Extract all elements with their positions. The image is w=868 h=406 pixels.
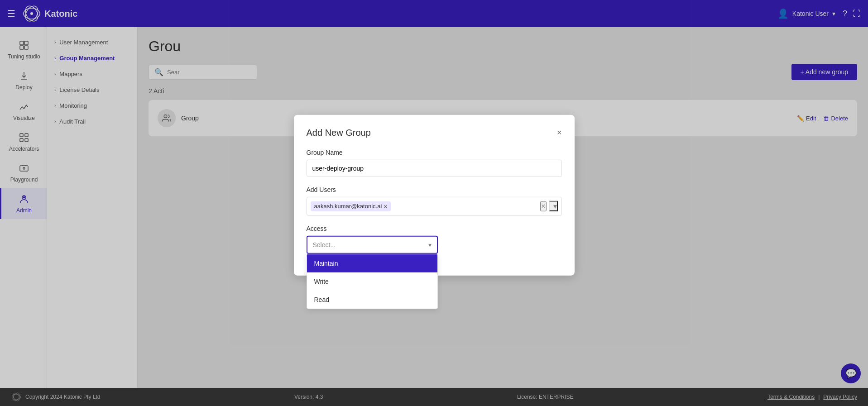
group-name-input[interactable]: [307, 159, 562, 177]
select-placeholder: Select...: [313, 241, 336, 248]
group-name-label-text: Group Name: [307, 148, 562, 156]
remove-tag-button[interactable]: ×: [384, 202, 387, 210]
user-tag: aakash.kumar@katonic.ai ×: [311, 201, 391, 211]
select-chevron-icon: ▾: [428, 241, 432, 248]
tags-clear-button[interactable]: ×: [540, 201, 546, 211]
add-users-field-group: Add Users aakash.kumar@katonic.ai × × ▾: [307, 186, 562, 215]
access-field-group: Access Select... ▾ Maintain Write Read: [307, 224, 562, 253]
users-tags-input[interactable]: aakash.kumar@katonic.ai × × ▾: [307, 196, 562, 215]
option-maintain[interactable]: Maintain: [307, 254, 437, 272]
add-users-label-text: Add Users: [307, 186, 562, 193]
option-read[interactable]: Read: [307, 290, 437, 308]
access-select-wrapper: Select... ▾ Maintain Write Read: [307, 235, 438, 253]
group-name-field-group: Group Name: [307, 148, 562, 177]
option-write[interactable]: Write: [307, 272, 437, 290]
modal-title: Add New Group: [307, 127, 371, 138]
modal-header: Add New Group ×: [307, 127, 562, 138]
access-select-control[interactable]: Select... ▾: [307, 235, 438, 253]
access-dropdown: Maintain Write Read: [307, 253, 438, 309]
access-label-text: Access: [307, 224, 562, 232]
modal-close-button[interactable]: ×: [557, 128, 562, 137]
add-new-group-modal: Add New Group × Group Name Add Users aak…: [294, 115, 575, 275]
tag-email: aakash.kumar@katonic.ai: [314, 203, 382, 210]
tags-dropdown-button[interactable]: ▾: [549, 201, 558, 211]
